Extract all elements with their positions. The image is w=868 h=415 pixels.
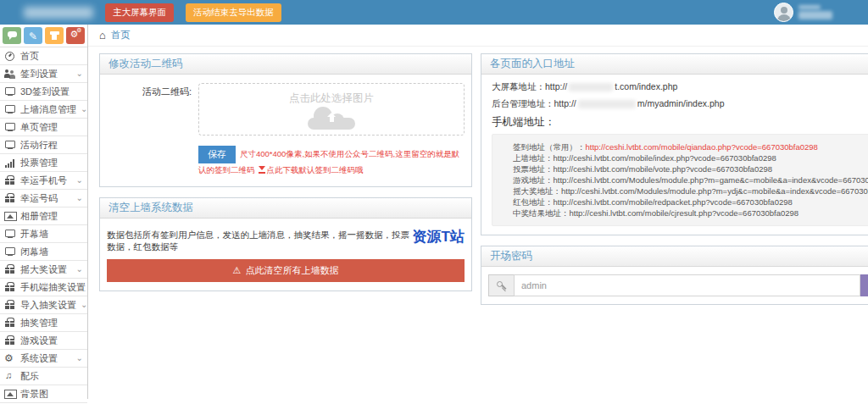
url-line: 投票地址：http://ceshi.lvtbt.com/mobile/vote.… bbox=[513, 163, 868, 174]
entry-url: http://ceshi.lvtbt.com/Modules/module.ph… bbox=[561, 186, 868, 196]
sidebar-item[interactable]: 闭幕墙 bbox=[0, 243, 87, 261]
sidebar-item-label: 3D签到设置 bbox=[20, 86, 70, 98]
chevron-down-icon: ⌄ bbox=[81, 105, 87, 113]
entry-panel-title: 各页面的入口地址 bbox=[481, 54, 868, 75]
save-button[interactable]: 保存 bbox=[198, 146, 236, 163]
password-panel-title: 开场密码 bbox=[481, 246, 868, 267]
download-default-qrcode-link[interactable]: 点此下载默认签到二维码哦 bbox=[267, 165, 364, 174]
settings-shortcut-button[interactable] bbox=[66, 27, 85, 44]
users-icon bbox=[4, 69, 16, 79]
sidebar-item[interactable]: 背景图 bbox=[0, 385, 87, 403]
pencil-icon bbox=[29, 30, 37, 42]
image-icon bbox=[4, 389, 16, 399]
warning-icon: ⚠ bbox=[233, 265, 242, 275]
sidebar-item-label: 签到设置 bbox=[20, 68, 58, 80]
clear-data-panel: 清空上墙系统数据 数据包括所有签到用户信息，发送的上墙消息，抽奖结果，摇一摇数据… bbox=[99, 197, 472, 291]
sidebar-item-label: 闭幕墙 bbox=[20, 246, 48, 258]
sidebar-item[interactable]: 开幕墙 bbox=[0, 225, 87, 243]
sidebar-shortcuts bbox=[0, 25, 87, 47]
url-line: 游戏地址：http://ceshi.lvtbt.com/Modules/modu… bbox=[513, 174, 868, 185]
chart-icon bbox=[4, 158, 16, 168]
sidebar-item[interactable]: 幸运手机号 ⌄ bbox=[0, 172, 87, 190]
url-line: 中奖结果地址：http://ceshi.lvtbt.com/mobile/cjr… bbox=[513, 208, 868, 219]
sidebar-item[interactable]: 手机端抽奖设置 ⌄ bbox=[0, 279, 87, 296]
sidebar-item[interactable]: 配乐 bbox=[0, 368, 87, 385]
url-line: 红包地址：http://ceshi.lvtbt.com/mobile/redpa… bbox=[513, 196, 868, 208]
music-icon bbox=[4, 371, 16, 381]
download-icon bbox=[259, 166, 265, 174]
qrcode-upload-dropzone[interactable]: 点击此处选择图片 bbox=[198, 83, 465, 136]
main-content: ⌂ 首页 修改活动二维码 活动二维码: 点击此处选择图片 bbox=[88, 25, 868, 415]
image-icon bbox=[4, 211, 16, 221]
sidebar-item[interactable]: 单页管理 bbox=[0, 119, 87, 136]
sidebar-item[interactable]: 导入抽奖设置 ⌄ bbox=[0, 296, 87, 314]
clear-description: 数据包括所有签到用户信息，发送的上墙消息，抽奖结果，摇一摇数据，投票数据，红包数… bbox=[107, 227, 413, 253]
sidebar-item[interactable]: 活动行程 bbox=[0, 136, 87, 154]
entry-url[interactable]: http://ceshi.lvtbt.com/mobile/qiandao.ph… bbox=[586, 142, 818, 152]
gift-icon bbox=[4, 335, 16, 346]
breadcrumb-home-link[interactable]: 首页 bbox=[111, 29, 131, 42]
opening-password-input[interactable] bbox=[514, 274, 860, 296]
sidebar-item[interactable]: 投票管理 bbox=[0, 154, 87, 172]
monitor-icon bbox=[4, 122, 16, 132]
change-password-button[interactable]: 修改 bbox=[860, 274, 868, 296]
sidebar-item[interactable]: 抽奖管理 bbox=[0, 314, 87, 332]
qrcode-field-label: 活动二维码: bbox=[107, 83, 198, 136]
url-line: 上墙地址：http://ceshi.lvtbt.com/mobile/index… bbox=[513, 152, 868, 163]
sidebar-menu: 首页 签到设置 ⌄ 3D签到设置 上墙消息管理 bbox=[0, 47, 87, 403]
sidebar-item-label: 单页管理 bbox=[20, 121, 58, 134]
user-menu[interactable] bbox=[774, 3, 832, 22]
brand-logo bbox=[24, 7, 93, 19]
entry-urls-panel: 各页面的入口地址 大屏幕地址：http://t.com/index.php 后台… bbox=[481, 53, 868, 235]
shirt-icon bbox=[50, 31, 59, 40]
export-data-button[interactable]: 活动结束去导出数据 bbox=[186, 3, 281, 22]
gauge-icon bbox=[4, 51, 16, 61]
sidebar-item-label: 背景图 bbox=[20, 388, 48, 401]
chevron-down-icon: ⌄ bbox=[76, 194, 83, 202]
clear-panel-title: 清空上墙系统数据 bbox=[100, 198, 471, 219]
upload-hint-text: 点击此处选择图片 bbox=[199, 91, 464, 106]
sidebar-item[interactable]: 幸运号码 ⌄ bbox=[0, 190, 87, 208]
key-icon bbox=[496, 280, 507, 291]
sidebar-item[interactable]: 摇大奖设置 ⌄ bbox=[0, 261, 87, 279]
chat-shortcut-button[interactable] bbox=[3, 27, 21, 44]
sidebar-item-label: 幸运手机号 bbox=[20, 174, 67, 187]
top-navbar: 主大屏幕界面 活动结束去导出数据 bbox=[0, 0, 868, 25]
opening-password-panel: 开场密码 修改 bbox=[481, 246, 868, 305]
sidebar-item-label: 相册管理 bbox=[20, 210, 58, 223]
entry-url: http://ceshi.lvtbt.com/mobile/cjresult.p… bbox=[570, 208, 799, 218]
home-icon: ⌂ bbox=[99, 29, 106, 42]
admin-url-line: 后台管理地址：http://m/myadmin/index.php bbox=[492, 98, 868, 110]
chevron-down-icon: ⌄ bbox=[81, 301, 87, 309]
sidebar-item[interactable]: 系统设置 ⌄ bbox=[0, 350, 87, 368]
gift-icon bbox=[4, 264, 16, 274]
chevron-down-icon: ⌄ bbox=[76, 265, 83, 274]
sidebar-item-label: 上墙消息管理 bbox=[20, 103, 76, 116]
sidebar-item[interactable]: 上墙消息管理 ⌄ bbox=[0, 101, 87, 119]
monitor-icon bbox=[4, 229, 16, 239]
gift-icon bbox=[4, 282, 16, 292]
clear-all-data-button[interactable]: ⚠点此清空所有上墙数据 bbox=[107, 259, 465, 282]
entry-url: http://ceshi.lvtbt.com/Modules/module.ph… bbox=[554, 175, 868, 185]
edit-shortcut-button[interactable] bbox=[24, 27, 42, 44]
entry-url: http://ceshi.lvtbt.com/mobile/index.php?… bbox=[554, 153, 776, 163]
sidebar-item-label: 系统设置 bbox=[20, 352, 58, 365]
sidebar-item[interactable]: 3D签到设置 bbox=[0, 83, 87, 101]
entry-url: http://ceshi.lvtbt.com/mobile/vote.php?v… bbox=[554, 164, 773, 174]
monitor-icon bbox=[4, 140, 16, 150]
main-screen-button[interactable]: 主大屏幕界面 bbox=[105, 3, 174, 22]
gift-icon bbox=[4, 318, 16, 328]
key-addon bbox=[488, 274, 514, 296]
sidebar-item[interactable]: 相册管理 bbox=[0, 208, 87, 225]
avatar[interactable] bbox=[774, 3, 793, 22]
shirt-shortcut-button[interactable] bbox=[45, 27, 64, 44]
sidebar-item[interactable]: 签到设置 ⌄ bbox=[0, 65, 87, 83]
sidebar-item[interactable]: 首页 bbox=[0, 47, 87, 65]
sidebar: 首页 签到设置 ⌄ 3D签到设置 上墙消息管理 bbox=[0, 25, 88, 399]
sidebar-item-label: 开幕墙 bbox=[20, 228, 48, 241]
sidebar-item[interactable]: 游戏设置 bbox=[0, 332, 87, 350]
blurred-url-segment bbox=[578, 100, 636, 108]
sidebar-item-label: 配乐 bbox=[20, 370, 39, 383]
gear-icon bbox=[4, 353, 16, 363]
cloud-upload-icon bbox=[308, 107, 355, 130]
